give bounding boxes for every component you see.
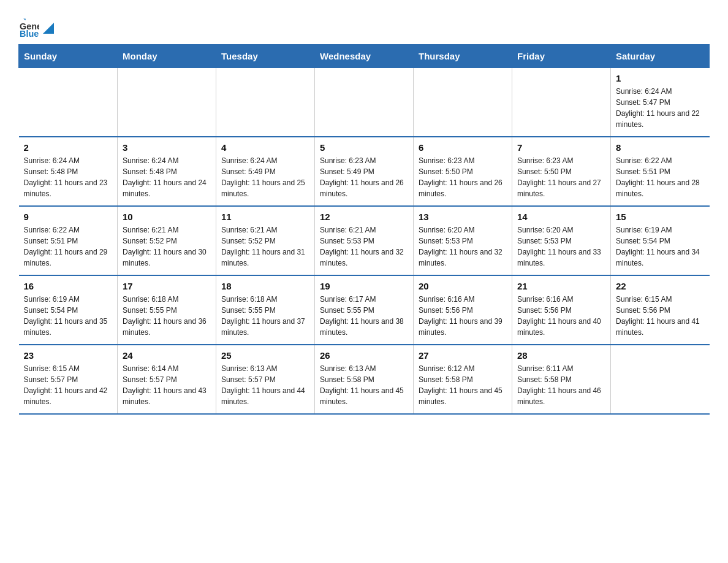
day-info: Sunrise: 6:15 AMSunset: 5:57 PMDaylight:… bbox=[24, 363, 113, 407]
day-info: Sunrise: 6:19 AMSunset: 5:54 PMDaylight:… bbox=[24, 294, 113, 338]
day-info: Sunrise: 6:21 AMSunset: 5:52 PMDaylight:… bbox=[123, 224, 211, 269]
day-info: Sunrise: 6:23 AMSunset: 5:49 PMDaylight:… bbox=[320, 155, 408, 199]
calendar-day-cell bbox=[118, 68, 216, 137]
day-number: 19 bbox=[320, 281, 408, 291]
calendar-day-cell: 10Sunrise: 6:21 AMSunset: 5:52 PMDayligh… bbox=[118, 206, 216, 275]
day-number: 3 bbox=[123, 142, 211, 153]
day-info: Sunrise: 6:11 AMSunset: 5:58 PMDaylight:… bbox=[517, 363, 605, 407]
calendar-day-cell: 23Sunrise: 6:15 AMSunset: 5:57 PMDayligh… bbox=[19, 345, 118, 414]
day-number: 22 bbox=[616, 281, 705, 291]
day-number: 7 bbox=[517, 142, 605, 153]
day-number: 2 bbox=[24, 142, 113, 153]
day-info: Sunrise: 6:16 AMSunset: 5:56 PMDaylight:… bbox=[419, 294, 507, 338]
day-number: 14 bbox=[517, 212, 605, 222]
day-info: Sunrise: 6:21 AMSunset: 5:53 PMDaylight:… bbox=[320, 224, 408, 269]
day-number: 24 bbox=[123, 350, 211, 361]
day-info: Sunrise: 6:24 AMSunset: 5:48 PMDaylight:… bbox=[123, 155, 211, 199]
svg-text:Blue: Blue bbox=[20, 29, 39, 38]
calendar-day-cell bbox=[611, 345, 710, 414]
day-number: 1 bbox=[616, 73, 705, 83]
calendar-day-cell: 12Sunrise: 6:21 AMSunset: 5:53 PMDayligh… bbox=[315, 206, 414, 275]
calendar-week-row: 23Sunrise: 6:15 AMSunset: 5:57 PMDayligh… bbox=[19, 345, 710, 414]
calendar-day-cell bbox=[315, 68, 414, 137]
day-info: Sunrise: 6:22 AMSunset: 5:51 PMDaylight:… bbox=[616, 155, 705, 199]
day-number: 28 bbox=[517, 350, 605, 361]
calendar-day-cell: 17Sunrise: 6:18 AMSunset: 5:55 PMDayligh… bbox=[118, 275, 216, 345]
calendar-day-cell: 21Sunrise: 6:16 AMSunset: 5:56 PMDayligh… bbox=[512, 275, 611, 345]
logo-triangle-icon bbox=[43, 23, 54, 34]
calendar-day-cell: 3Sunrise: 6:24 AMSunset: 5:48 PMDaylight… bbox=[118, 137, 216, 206]
day-number: 12 bbox=[320, 212, 408, 222]
day-of-week-header: Saturday bbox=[611, 45, 710, 68]
day-info: Sunrise: 6:15 AMSunset: 5:56 PMDaylight:… bbox=[616, 294, 705, 338]
day-number: 13 bbox=[419, 212, 507, 222]
calendar-day-cell: 26Sunrise: 6:13 AMSunset: 5:58 PMDayligh… bbox=[315, 345, 414, 414]
calendar-day-cell bbox=[19, 68, 118, 137]
day-number: 17 bbox=[123, 281, 211, 291]
day-of-week-header: Monday bbox=[118, 45, 216, 68]
day-info: Sunrise: 6:22 AMSunset: 5:51 PMDaylight:… bbox=[24, 224, 113, 269]
day-info: Sunrise: 6:18 AMSunset: 5:55 PMDaylight:… bbox=[123, 294, 211, 338]
day-of-week-header: Tuesday bbox=[216, 45, 315, 68]
day-info: Sunrise: 6:19 AMSunset: 5:54 PMDaylight:… bbox=[616, 224, 705, 269]
calendar-day-cell: 4Sunrise: 6:24 AMSunset: 5:49 PMDaylight… bbox=[216, 137, 315, 206]
calendar-day-cell: 18Sunrise: 6:18 AMSunset: 5:55 PMDayligh… bbox=[216, 275, 315, 345]
page-header: General Blue bbox=[18, 12, 710, 38]
calendar-week-row: 9Sunrise: 6:22 AMSunset: 5:51 PMDaylight… bbox=[19, 206, 710, 275]
day-number: 21 bbox=[517, 281, 605, 291]
calendar-header-row: SundayMondayTuesdayWednesdayThursdayFrid… bbox=[19, 45, 710, 68]
day-number: 10 bbox=[123, 212, 211, 222]
calendar-day-cell: 15Sunrise: 6:19 AMSunset: 5:54 PMDayligh… bbox=[611, 206, 710, 275]
day-of-week-header: Friday bbox=[512, 45, 611, 68]
day-number: 6 bbox=[419, 142, 507, 153]
calendar-table: SundayMondayTuesdayWednesdayThursdayFrid… bbox=[18, 44, 710, 415]
day-number: 25 bbox=[221, 350, 309, 361]
calendar-day-cell: 1Sunrise: 6:24 AMSunset: 5:47 PMDaylight… bbox=[611, 68, 710, 137]
day-number: 18 bbox=[221, 281, 309, 291]
day-info: Sunrise: 6:24 AMSunset: 5:48 PMDaylight:… bbox=[24, 155, 113, 199]
day-info: Sunrise: 6:23 AMSunset: 5:50 PMDaylight:… bbox=[517, 155, 605, 199]
day-number: 20 bbox=[419, 281, 507, 291]
day-info: Sunrise: 6:17 AMSunset: 5:55 PMDaylight:… bbox=[320, 294, 408, 338]
day-info: Sunrise: 6:12 AMSunset: 5:58 PMDaylight:… bbox=[419, 363, 507, 407]
calendar-day-cell bbox=[414, 68, 512, 137]
calendar-day-cell: 19Sunrise: 6:17 AMSunset: 5:55 PMDayligh… bbox=[315, 275, 414, 345]
logo-icon: General Blue bbox=[20, 18, 39, 38]
day-number: 15 bbox=[616, 212, 705, 222]
calendar-day-cell bbox=[216, 68, 315, 137]
calendar-day-cell: 27Sunrise: 6:12 AMSunset: 5:58 PMDayligh… bbox=[414, 345, 512, 414]
logo: General Blue bbox=[18, 18, 55, 38]
day-number: 11 bbox=[221, 212, 309, 222]
day-number: 27 bbox=[419, 350, 507, 361]
day-info: Sunrise: 6:16 AMSunset: 5:56 PMDaylight:… bbox=[517, 294, 605, 338]
day-number: 4 bbox=[221, 142, 309, 153]
day-number: 9 bbox=[24, 212, 113, 222]
calendar-day-cell: 2Sunrise: 6:24 AMSunset: 5:48 PMDaylight… bbox=[19, 137, 118, 206]
calendar-day-cell: 16Sunrise: 6:19 AMSunset: 5:54 PMDayligh… bbox=[19, 275, 118, 345]
day-info: Sunrise: 6:21 AMSunset: 5:52 PMDaylight:… bbox=[221, 224, 309, 269]
calendar-day-cell: 11Sunrise: 6:21 AMSunset: 5:52 PMDayligh… bbox=[216, 206, 315, 275]
day-info: Sunrise: 6:23 AMSunset: 5:50 PMDaylight:… bbox=[419, 155, 507, 199]
calendar-day-cell: 9Sunrise: 6:22 AMSunset: 5:51 PMDaylight… bbox=[19, 206, 118, 275]
calendar-day-cell: 8Sunrise: 6:22 AMSunset: 5:51 PMDaylight… bbox=[611, 137, 710, 206]
calendar-day-cell: 20Sunrise: 6:16 AMSunset: 5:56 PMDayligh… bbox=[414, 275, 512, 345]
day-info: Sunrise: 6:13 AMSunset: 5:57 PMDaylight:… bbox=[221, 363, 309, 407]
day-number: 5 bbox=[320, 142, 408, 153]
day-info: Sunrise: 6:24 AMSunset: 5:49 PMDaylight:… bbox=[221, 155, 309, 199]
day-number: 23 bbox=[24, 350, 113, 361]
day-number: 16 bbox=[24, 281, 113, 291]
calendar-day-cell: 13Sunrise: 6:20 AMSunset: 5:53 PMDayligh… bbox=[414, 206, 512, 275]
calendar-day-cell: 6Sunrise: 6:23 AMSunset: 5:50 PMDaylight… bbox=[414, 137, 512, 206]
day-of-week-header: Thursday bbox=[414, 45, 512, 68]
day-info: Sunrise: 6:24 AMSunset: 5:47 PMDaylight:… bbox=[616, 86, 705, 130]
calendar-week-row: 1Sunrise: 6:24 AMSunset: 5:47 PMDaylight… bbox=[19, 68, 710, 137]
svg-marker-2 bbox=[23, 19, 26, 21]
logo-text bbox=[42, 23, 55, 34]
day-number: 8 bbox=[616, 142, 705, 153]
day-info: Sunrise: 6:14 AMSunset: 5:57 PMDaylight:… bbox=[123, 363, 211, 407]
day-info: Sunrise: 6:20 AMSunset: 5:53 PMDaylight:… bbox=[419, 224, 507, 269]
svg-marker-3 bbox=[43, 23, 54, 34]
day-info: Sunrise: 6:13 AMSunset: 5:58 PMDaylight:… bbox=[320, 363, 408, 407]
day-of-week-header: Sunday bbox=[19, 45, 118, 68]
calendar-day-cell: 14Sunrise: 6:20 AMSunset: 5:53 PMDayligh… bbox=[512, 206, 611, 275]
